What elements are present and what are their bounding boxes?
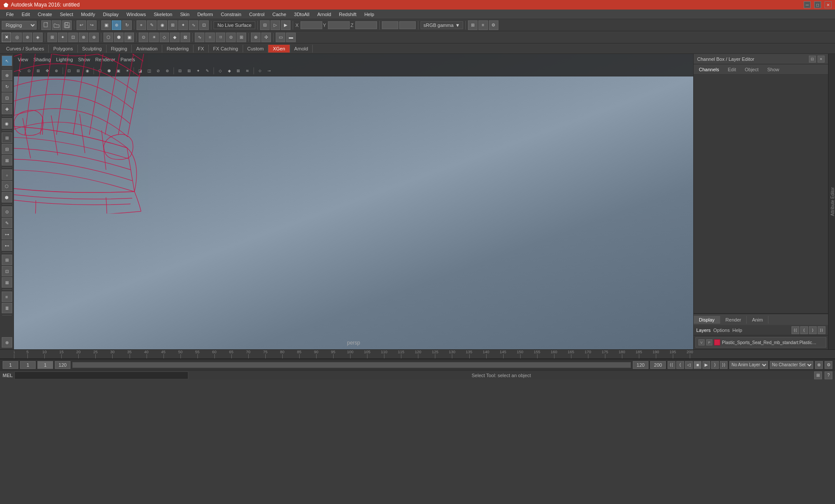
- ik-button[interactable]: ⊠: [180, 33, 190, 42]
- end-frame-input[interactable]: [55, 361, 70, 369]
- rotate-tool-button[interactable]: ↻: [122, 20, 132, 30]
- tab-arnold[interactable]: Arnold: [290, 45, 313, 53]
- display-mode-smooth[interactable]: ⊟: [2, 144, 12, 154]
- cb-tab-channels[interactable]: Channels: [697, 66, 721, 73]
- wireframe-button[interactable]: ⬡: [104, 33, 113, 42]
- layer-prev-prev-button[interactable]: ⟨⟨: [792, 326, 799, 334]
- num-field-2[interactable]: 1.00: [399, 21, 416, 29]
- render-settings-button[interactable]: ⊟: [260, 20, 270, 30]
- dra-tab-anim[interactable]: Anim: [747, 316, 768, 324]
- lasso-select-button[interactable]: ⌖: [137, 20, 146, 30]
- y-coord-input[interactable]: [328, 21, 350, 29]
- mel-input[interactable]: [14, 371, 188, 379]
- select-obj-button[interactable]: ◎: [12, 33, 22, 42]
- stop-button[interactable]: ■: [694, 361, 701, 369]
- play-forward-button[interactable]: ▶: [702, 361, 710, 369]
- menu-modify[interactable]: Modify: [77, 11, 98, 18]
- layer-next-button[interactable]: ⟩: [809, 326, 817, 334]
- soft-select-button[interactable]: ◉: [157, 20, 167, 30]
- select-tool-button[interactable]: ↖: [2, 56, 12, 66]
- num-field-1[interactable]: 0.00: [382, 21, 398, 29]
- tab-curves-surfaces[interactable]: Curves / Surfaces: [2, 45, 49, 53]
- display-mode-box[interactable]: ⊞: [2, 133, 12, 143]
- cb-tab-object[interactable]: Object: [743, 66, 760, 73]
- go-end-button[interactable]: ⟩⟩: [720, 361, 728, 369]
- tab-custom[interactable]: Custom: [243, 45, 269, 53]
- timeline-ruler-track[interactable]: 1510152025303540455055606570758085909510…: [14, 349, 693, 358]
- dra-tab-render[interactable]: Render: [720, 316, 747, 324]
- translate-tool-lt[interactable]: ⊕: [2, 70, 12, 80]
- more-tools-button[interactable]: ⊕: [251, 33, 261, 42]
- snap-to-grid-button[interactable]: ⊞: [47, 33, 57, 42]
- prev-frame-button[interactable]: ⟨: [676, 361, 684, 369]
- tab-rigging[interactable]: Rigging: [107, 45, 132, 53]
- mirror-skin-lt[interactable]: ⊶: [2, 229, 12, 239]
- obj-display-lt[interactable]: ⊡: [2, 266, 12, 276]
- layer-btn-1[interactable]: ≡: [2, 292, 12, 302]
- snap-point-button[interactable]: ✦: [178, 20, 188, 30]
- menu-arnold[interactable]: Arnold: [314, 11, 335, 18]
- solid-button[interactable]: ⬢: [114, 33, 124, 42]
- help-tab[interactable]: Help: [732, 328, 742, 333]
- comp-display-lt[interactable]: ⊠: [2, 277, 12, 288]
- extra-tools-button[interactable]: ✣: [261, 33, 271, 42]
- maximize-button[interactable]: □: [814, 1, 821, 8]
- snap-orient-button[interactable]: ⊛: [89, 33, 99, 42]
- cb-close-button[interactable]: ✕: [818, 56, 825, 63]
- layers-tab[interactable]: Layers: [696, 328, 711, 333]
- range-selector[interactable]: [37, 361, 53, 369]
- ik-handle-lt[interactable]: ⬡: [2, 181, 12, 191]
- x-coord-input[interactable]: [301, 21, 322, 29]
- snap-to-view-lt[interactable]: ⊙: [2, 206, 12, 217]
- channel-box-toggle[interactable]: ⊞: [468, 20, 478, 30]
- timeline-ruler[interactable]: 1510152025303540455055606570758085909510…: [0, 349, 835, 359]
- menu-help[interactable]: Help: [361, 11, 378, 18]
- display-smooth-button[interactable]: ∿: [195, 33, 204, 42]
- transform-button[interactable]: ✕: [2, 33, 11, 42]
- paint-weights-lt[interactable]: ✎: [2, 218, 12, 228]
- tab-polygons[interactable]: Polygons: [49, 45, 77, 53]
- layout-mode-dropdown[interactable]: Rigging: [2, 21, 37, 30]
- render-cam-button[interactable]: ⊙: [139, 33, 148, 42]
- layer-visibility-button[interactable]: V: [698, 339, 705, 345]
- snap-surface-button[interactable]: ⊡: [199, 20, 209, 30]
- textured-button[interactable]: ▣: [124, 33, 134, 42]
- extra-btn-1[interactable]: ⊗: [2, 337, 12, 348]
- tab-xgen[interactable]: XGen: [268, 45, 290, 53]
- tab-rendering[interactable]: Rendering: [162, 45, 194, 53]
- tab-sculpting[interactable]: Sculpting: [78, 45, 107, 53]
- joint-tool-lt[interactable]: ⬦: [2, 169, 12, 180]
- help-button[interactable]: ?: [825, 371, 832, 379]
- start-frame-input[interactable]: [3, 361, 18, 369]
- play-back-button[interactable]: ◁: [685, 361, 693, 369]
- snap-to-proj-button[interactable]: ⊗: [79, 33, 88, 42]
- title-bar-controls[interactable]: ─ □ ✕: [804, 1, 832, 8]
- minimize-button[interactable]: ─: [804, 1, 811, 8]
- menu-deform[interactable]: Deform: [194, 11, 217, 18]
- layer-color-swatch[interactable]: [714, 339, 720, 345]
- move-tool-button[interactable]: ⊕: [112, 20, 121, 30]
- menu-3dtall[interactable]: 3DtoAll: [291, 11, 313, 18]
- menu-windows[interactable]: Windows: [123, 11, 150, 18]
- tab-animation[interactable]: Animation: [132, 45, 162, 53]
- joint-button[interactable]: ◆: [170, 33, 180, 42]
- ipr-button[interactable]: ▶: [281, 20, 291, 30]
- viewport[interactable]: View Shading Lighting Show Renderer Pane…: [14, 54, 693, 349]
- show-button[interactable]: ▬: [286, 33, 296, 42]
- close-button[interactable]: ✕: [825, 1, 832, 8]
- select-mode-button[interactable]: ▣: [101, 20, 111, 30]
- light-button[interactable]: ☀: [149, 33, 159, 42]
- range-end-max[interactable]: [650, 361, 666, 369]
- live-surface-indicator[interactable]: No Live Surface: [214, 21, 255, 29]
- menu-display[interactable]: Display: [100, 11, 122, 18]
- select-component-button[interactable]: ◈: [33, 33, 43, 42]
- menu-file[interactable]: File: [3, 11, 17, 18]
- scale-tool-lt[interactable]: ⊡: [2, 93, 12, 103]
- range-end-input[interactable]: [633, 361, 648, 369]
- layer-next-next-button[interactable]: ⟩⟩: [818, 326, 825, 334]
- current-frame-display[interactable]: [20, 361, 36, 369]
- lattice-button[interactable]: ⊞: [237, 33, 246, 42]
- anim-prefs-button[interactable]: ⚙: [825, 361, 832, 369]
- ik-spline-lt[interactable]: ⬢: [2, 192, 12, 202]
- dra-tab-display[interactable]: Display: [694, 316, 720, 324]
